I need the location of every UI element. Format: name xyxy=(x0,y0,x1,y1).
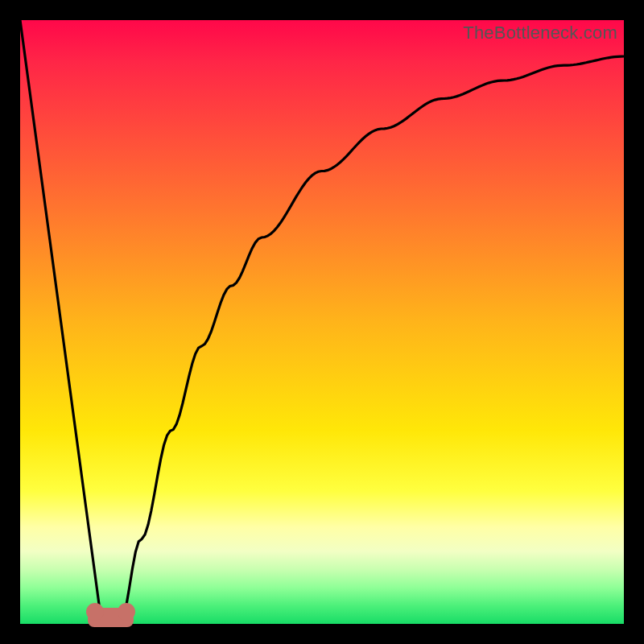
chart-frame: TheBottleneck.com xyxy=(0,0,644,644)
plot-area: TheBottleneck.com xyxy=(20,20,624,624)
right-branch-line xyxy=(120,56,624,624)
left-branch-line xyxy=(20,20,101,624)
curve-layer xyxy=(20,20,624,624)
valley-marker xyxy=(88,608,134,627)
